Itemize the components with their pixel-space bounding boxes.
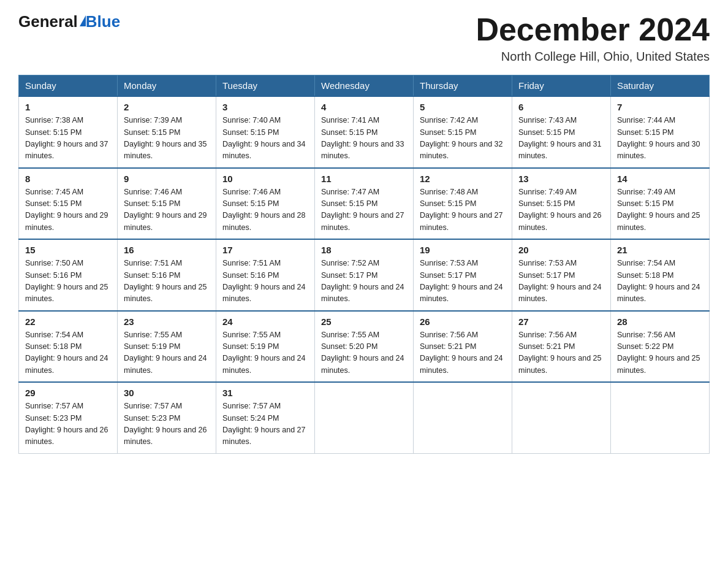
table-row: 5Sunrise: 7:42 AMSunset: 5:15 PMDaylight…	[414, 96, 512, 168]
logo: General Blue	[18, 12, 120, 31]
calendar-week-4: 22Sunrise: 7:54 AMSunset: 5:18 PMDayligh…	[19, 311, 710, 383]
day-number: 8	[25, 174, 111, 184]
day-number: 1	[25, 102, 111, 112]
table-row: 27Sunrise: 7:56 AMSunset: 5:21 PMDayligh…	[512, 311, 611, 383]
day-number: 11	[321, 174, 407, 184]
day-number: 10	[222, 174, 308, 184]
table-row	[512, 382, 611, 453]
table-row: 1Sunrise: 7:38 AMSunset: 5:15 PMDaylight…	[19, 96, 118, 168]
day-number: 31	[222, 388, 308, 398]
header-saturday: Saturday	[611, 75, 710, 97]
table-row: 4Sunrise: 7:41 AMSunset: 5:15 PMDaylight…	[315, 96, 414, 168]
day-info: Sunrise: 7:52 AMSunset: 5:17 PMDaylight:…	[321, 258, 407, 305]
day-number: 5	[420, 102, 506, 112]
table-row: 23Sunrise: 7:55 AMSunset: 5:19 PMDayligh…	[118, 311, 216, 383]
logo-triangle-icon	[80, 15, 86, 26]
table-row: 22Sunrise: 7:54 AMSunset: 5:18 PMDayligh…	[19, 311, 118, 383]
day-number: 4	[321, 102, 407, 112]
calendar-table: Sunday Monday Tuesday Wednesday Thursday…	[18, 75, 710, 454]
table-row: 10Sunrise: 7:46 AMSunset: 5:15 PMDayligh…	[216, 168, 315, 240]
table-row: 12Sunrise: 7:48 AMSunset: 5:15 PMDayligh…	[414, 168, 512, 240]
table-row: 25Sunrise: 7:55 AMSunset: 5:20 PMDayligh…	[315, 311, 414, 383]
day-number: 24	[222, 316, 308, 327]
day-number: 20	[518, 245, 604, 255]
day-number: 28	[617, 316, 703, 327]
day-info: Sunrise: 7:56 AMSunset: 5:22 PMDaylight:…	[617, 329, 703, 377]
day-number: 17	[222, 245, 308, 255]
day-info: Sunrise: 7:38 AMSunset: 5:15 PMDaylight:…	[25, 115, 111, 163]
day-number: 9	[124, 174, 210, 184]
month-title: December 2024	[476, 12, 710, 47]
day-info: Sunrise: 7:53 AMSunset: 5:17 PMDaylight:…	[420, 258, 506, 305]
table-row: 9Sunrise: 7:46 AMSunset: 5:15 PMDaylight…	[118, 168, 216, 240]
day-info: Sunrise: 7:50 AMSunset: 5:16 PMDaylight:…	[25, 258, 111, 305]
table-row: 16Sunrise: 7:51 AMSunset: 5:16 PMDayligh…	[118, 239, 216, 311]
day-number: 30	[124, 388, 210, 398]
table-row: 31Sunrise: 7:57 AMSunset: 5:24 PMDayligh…	[216, 382, 315, 453]
day-number: 27	[518, 316, 604, 327]
calendar-week-3: 15Sunrise: 7:50 AMSunset: 5:16 PMDayligh…	[19, 239, 710, 311]
page-header: General Blue December 2024 North College…	[18, 12, 710, 64]
day-number: 13	[518, 174, 604, 184]
table-row: 29Sunrise: 7:57 AMSunset: 5:23 PMDayligh…	[19, 382, 118, 453]
table-row: 19Sunrise: 7:53 AMSunset: 5:17 PMDayligh…	[414, 239, 512, 311]
logo-blue-text: Blue	[86, 12, 120, 31]
day-number: 29	[25, 388, 111, 398]
table-row: 30Sunrise: 7:57 AMSunset: 5:23 PMDayligh…	[118, 382, 216, 453]
day-info: Sunrise: 7:56 AMSunset: 5:21 PMDaylight:…	[420, 329, 506, 377]
header-sunday: Sunday	[19, 75, 118, 97]
day-number: 18	[321, 245, 407, 255]
day-info: Sunrise: 7:43 AMSunset: 5:15 PMDaylight:…	[518, 115, 604, 163]
table-row: 15Sunrise: 7:50 AMSunset: 5:16 PMDayligh…	[19, 239, 118, 311]
day-info: Sunrise: 7:45 AMSunset: 5:15 PMDaylight:…	[25, 186, 111, 234]
table-row	[414, 382, 512, 453]
day-info: Sunrise: 7:46 AMSunset: 5:15 PMDaylight:…	[222, 186, 308, 234]
day-number: 26	[420, 316, 506, 327]
day-info: Sunrise: 7:55 AMSunset: 5:19 PMDaylight:…	[124, 329, 210, 377]
day-number: 25	[321, 316, 407, 327]
table-row: 11Sunrise: 7:47 AMSunset: 5:15 PMDayligh…	[315, 168, 414, 240]
day-info: Sunrise: 7:56 AMSunset: 5:21 PMDaylight:…	[518, 329, 604, 377]
day-number: 2	[124, 102, 210, 112]
table-row: 8Sunrise: 7:45 AMSunset: 5:15 PMDaylight…	[19, 168, 118, 240]
table-row: 13Sunrise: 7:49 AMSunset: 5:15 PMDayligh…	[512, 168, 611, 240]
day-number: 22	[25, 316, 111, 327]
day-info: Sunrise: 7:51 AMSunset: 5:16 PMDaylight:…	[222, 258, 308, 305]
day-info: Sunrise: 7:54 AMSunset: 5:18 PMDaylight:…	[617, 258, 703, 305]
day-info: Sunrise: 7:49 AMSunset: 5:15 PMDaylight:…	[518, 186, 604, 234]
calendar-week-5: 29Sunrise: 7:57 AMSunset: 5:23 PMDayligh…	[19, 382, 710, 453]
day-info: Sunrise: 7:57 AMSunset: 5:23 PMDaylight:…	[124, 400, 210, 448]
table-row: 24Sunrise: 7:55 AMSunset: 5:19 PMDayligh…	[216, 311, 315, 383]
calendar-week-2: 8Sunrise: 7:45 AMSunset: 5:15 PMDaylight…	[19, 168, 710, 240]
day-info: Sunrise: 7:57 AMSunset: 5:23 PMDaylight:…	[25, 400, 111, 448]
day-info: Sunrise: 7:42 AMSunset: 5:15 PMDaylight:…	[420, 115, 506, 163]
table-row: 21Sunrise: 7:54 AMSunset: 5:18 PMDayligh…	[611, 239, 710, 311]
day-info: Sunrise: 7:53 AMSunset: 5:17 PMDaylight:…	[518, 258, 604, 305]
table-row: 26Sunrise: 7:56 AMSunset: 5:21 PMDayligh…	[414, 311, 512, 383]
day-info: Sunrise: 7:55 AMSunset: 5:20 PMDaylight:…	[321, 329, 407, 377]
logo-general-text: General	[18, 12, 78, 31]
table-row: 17Sunrise: 7:51 AMSunset: 5:16 PMDayligh…	[216, 239, 315, 311]
table-row: 20Sunrise: 7:53 AMSunset: 5:17 PMDayligh…	[512, 239, 611, 311]
header-wednesday: Wednesday	[315, 75, 414, 97]
header-thursday: Thursday	[414, 75, 512, 97]
day-info: Sunrise: 7:55 AMSunset: 5:19 PMDaylight:…	[222, 329, 308, 377]
table-row: 2Sunrise: 7:39 AMSunset: 5:15 PMDaylight…	[118, 96, 216, 168]
day-number: 21	[617, 245, 703, 255]
header-monday: Monday	[118, 75, 216, 97]
header-friday: Friday	[512, 75, 611, 97]
day-number: 12	[420, 174, 506, 184]
day-number: 7	[617, 102, 703, 112]
day-number: 23	[124, 316, 210, 327]
day-number: 16	[124, 245, 210, 255]
table-row: 6Sunrise: 7:43 AMSunset: 5:15 PMDaylight…	[512, 96, 611, 168]
day-info: Sunrise: 7:57 AMSunset: 5:24 PMDaylight:…	[222, 400, 308, 448]
table-row: 7Sunrise: 7:44 AMSunset: 5:15 PMDaylight…	[611, 96, 710, 168]
day-info: Sunrise: 7:44 AMSunset: 5:15 PMDaylight:…	[617, 115, 703, 163]
day-number: 15	[25, 245, 111, 255]
day-info: Sunrise: 7:48 AMSunset: 5:15 PMDaylight:…	[420, 186, 506, 234]
day-number: 14	[617, 174, 703, 184]
calendar-week-1: 1Sunrise: 7:38 AMSunset: 5:15 PMDaylight…	[19, 96, 710, 168]
title-section: December 2024 North College Hill, Ohio, …	[476, 12, 710, 64]
table-row: 14Sunrise: 7:49 AMSunset: 5:15 PMDayligh…	[611, 168, 710, 240]
